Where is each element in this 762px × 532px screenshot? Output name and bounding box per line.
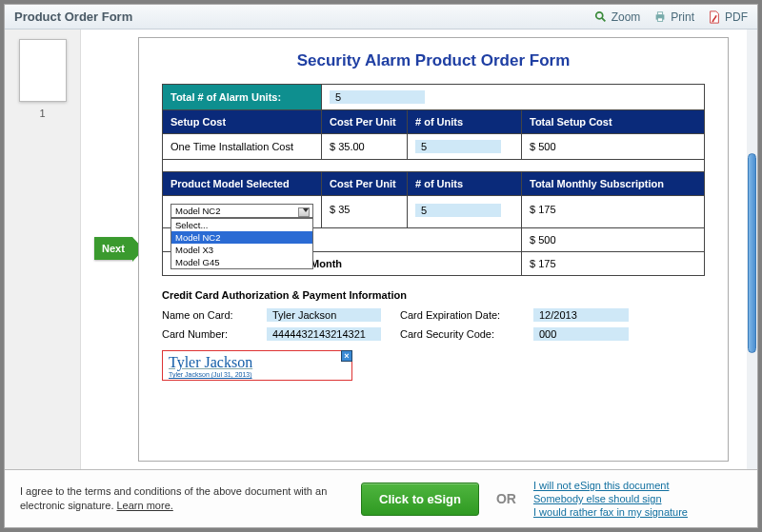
total-setup-value: $ 500 xyxy=(522,228,705,252)
cc-name-label: Name on Card: xyxy=(162,309,257,321)
titlebar: Product Order Form Zoom Print PDF xyxy=(5,5,757,30)
setup-hdr-cpu: Cost Per Unit xyxy=(322,110,408,134)
page-thumbnail-1-label: 1 xyxy=(5,108,80,119)
signature-name: Tyler Jackson xyxy=(169,354,346,371)
order-table: Total # of Alarm Units: 5 Setup Cost Cos… xyxy=(162,84,705,276)
model-option-2[interactable]: Model X3 xyxy=(171,244,312,256)
model-hdr-total: Total Monthly Subscription xyxy=(522,172,705,196)
form-title: Security Alarm Product Order Form xyxy=(162,51,705,70)
model-select-dropdown[interactable]: Select... Model NC2 Model X3 Model G45 xyxy=(170,218,313,269)
cc-sec-label: Card Security Code: xyxy=(400,328,524,340)
cc-sec-value[interactable]: 000 xyxy=(533,327,629,341)
setup-hdr-total: Total Setup Cost xyxy=(522,110,705,134)
window-title: Product Order Form xyxy=(14,10,132,24)
setup-item: One Time Installation Cost xyxy=(163,134,322,160)
total-units-value[interactable]: 5 xyxy=(330,90,425,104)
title-actions: Zoom Print PDF xyxy=(594,10,748,24)
model-select[interactable]: Model NC2 Select... Model NC2 Model X3 M… xyxy=(170,204,313,218)
document-area: Next Security Alarm Product Order Form T… xyxy=(81,30,757,469)
print-label: Print xyxy=(671,10,694,24)
print-icon xyxy=(653,10,667,24)
model-units[interactable]: 5 xyxy=(415,204,501,217)
cc-exp-value[interactable]: 12/2013 xyxy=(533,308,629,322)
scrollbar-thumb[interactable] xyxy=(748,153,756,353)
thumbnail-panel: 1 xyxy=(5,30,81,469)
pdf-icon xyxy=(708,10,721,24)
model-cpu: $ 35 xyxy=(322,196,408,228)
chevron-down-icon xyxy=(303,208,309,212)
model-select-value[interactable]: Model NC2 xyxy=(170,204,313,218)
next-label: Next xyxy=(102,243,125,254)
will-not-esign-link[interactable]: I will not eSign this document xyxy=(533,480,688,491)
signature-clear-icon[interactable]: × xyxy=(341,350,352,362)
total-sub-value: $ 175 xyxy=(522,252,705,276)
setup-hdr-item: Setup Cost xyxy=(163,110,322,134)
zoom-button[interactable]: Zoom xyxy=(594,10,641,24)
next-field-button[interactable]: Next xyxy=(94,237,132,260)
agree-text-content: I agree to the terms and conditions of t… xyxy=(20,485,327,511)
page-thumbnail-1[interactable] xyxy=(19,39,67,102)
zoom-label: Zoom xyxy=(612,10,641,24)
model-option-0[interactable]: Select... xyxy=(171,219,312,231)
cc-number-value[interactable]: 4444432143214321 xyxy=(267,327,381,341)
model-hdr-cpu: Cost Per Unit xyxy=(322,172,408,196)
vertical-scrollbar[interactable] xyxy=(747,30,757,469)
signature-field[interactable]: × Tyler Jackson Tyler Jackson (Jul 31, 2… xyxy=(162,350,352,381)
esign-button[interactable]: Click to eSign xyxy=(361,483,479,516)
svg-rect-3 xyxy=(658,11,663,14)
svg-rect-4 xyxy=(658,17,663,21)
model-hdr-item: Product Model Selected xyxy=(163,172,322,196)
pdf-button[interactable]: PDF xyxy=(708,10,748,24)
model-total: $ 175 xyxy=(522,196,705,228)
fax-signature-link[interactable]: I would rather fax in my signature xyxy=(533,506,688,518)
cc-section-title: Credit Card Authorization & Payment Info… xyxy=(162,289,705,301)
model-option-3[interactable]: Model G45 xyxy=(171,256,312,268)
pdf-label: PDF xyxy=(725,10,748,24)
print-button[interactable]: Print xyxy=(653,10,694,24)
cc-name-value[interactable]: Tyler Jackson xyxy=(267,308,381,322)
learn-more-link[interactable]: Learn more. xyxy=(117,500,173,511)
setup-cpu: $ 35.00 xyxy=(322,134,408,160)
someone-else-link[interactable]: Somebody else should sign xyxy=(533,493,688,504)
document-page: Security Alarm Product Order Form Total … xyxy=(138,37,729,462)
model-hdr-units: # of Units xyxy=(408,172,522,196)
footer-bar: I agree to the terms and conditions of t… xyxy=(5,469,757,527)
total-units-label: Total # of Alarm Units: xyxy=(163,85,322,110)
svg-line-1 xyxy=(602,17,606,21)
svg-point-0 xyxy=(595,11,602,18)
setup-total: $ 500 xyxy=(522,134,705,160)
cc-number-label: Card Number: xyxy=(162,328,257,340)
signature-sub: Tyler Jackson (Jul 31, 2013) xyxy=(169,371,346,378)
zoom-icon xyxy=(594,10,608,24)
setup-units[interactable]: 5 xyxy=(415,140,501,153)
cc-section: Credit Card Authorization & Payment Info… xyxy=(162,289,705,381)
model-option-1[interactable]: Model NC2 xyxy=(171,231,312,244)
agree-text: I agree to the terms and conditions of t… xyxy=(20,484,344,514)
setup-hdr-units: # of Units xyxy=(408,110,522,134)
cc-exp-label: Card Expiration Date: xyxy=(400,309,524,321)
footer-alt-links: I will not eSign this document Somebody … xyxy=(533,480,688,518)
or-divider: OR xyxy=(496,491,516,506)
